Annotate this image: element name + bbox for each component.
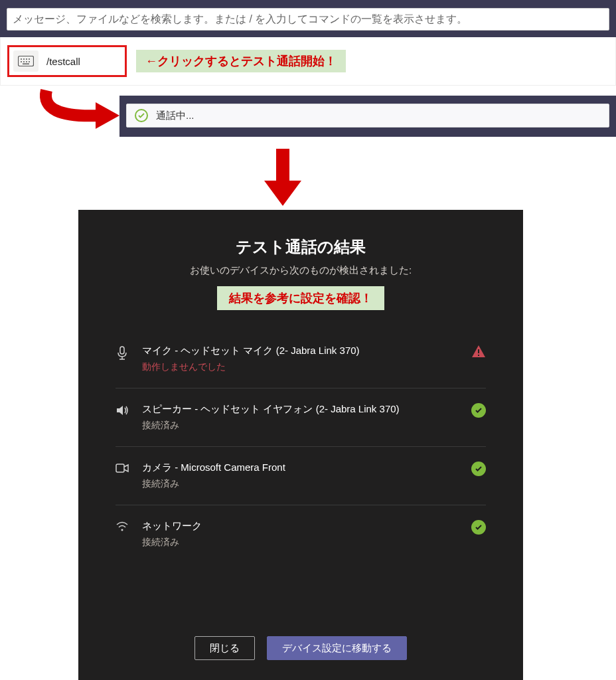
svg-point-8 [29, 61, 30, 62]
device-row-network: ネットワーク 接続済み [116, 505, 486, 563]
svg-point-20 [121, 529, 123, 531]
speaker-icon [116, 404, 130, 419]
test-call-results-panel: テスト通話の結果 お使いのデバイスから次のものが検出されました: 結果を参考に設… [78, 210, 523, 680]
device-name: カメラ - Microsoft Camera Front [142, 462, 459, 474]
calling-text: 通話中... [156, 110, 194, 122]
calling-status-bar[interactable]: 通話中... [126, 104, 609, 128]
device-status: 動作しませんでした [142, 361, 459, 373]
results-subtitle: お使いのデバイスから次のものが検出されました: [78, 264, 523, 277]
svg-rect-18 [478, 355, 479, 356]
device-list: マイク - ヘッドセット マイク (2- Jabra Link 370) 動作し… [78, 330, 523, 620]
warning-icon [471, 345, 486, 359]
device-status: 接続済み [142, 537, 459, 549]
search-input[interactable] [7, 8, 609, 31]
check-circle-icon [135, 109, 148, 122]
success-icon [471, 520, 486, 535]
search-section: /testcall ←クリックするとテスト通話開始！ [0, 0, 616, 86]
svg-point-1 [21, 58, 22, 60]
wifi-icon [116, 521, 130, 535]
microphone-icon [116, 346, 130, 363]
device-name: マイク - ヘッドセット マイク (2- Jabra Link 370) [142, 345, 459, 357]
device-name: ネットワーク [142, 520, 459, 533]
svg-marker-12 [264, 181, 301, 206]
calling-section: 通話中... [119, 96, 616, 137]
command-dropdown: /testcall ←クリックするとテスト通話開始！ [0, 37, 616, 86]
arrow-down-icon [263, 149, 303, 207]
results-title: テスト通話の結果 [78, 236, 523, 258]
goto-device-settings-button[interactable]: デバイス設定に移動する [267, 636, 407, 660]
results-buttons: 閉じる デバイス設定に移動する [78, 620, 523, 680]
svg-point-2 [23, 58, 25, 60]
svg-rect-13 [120, 347, 124, 354]
svg-point-6 [23, 61, 25, 62]
hint-click-to-start: ←クリックするとテスト通話開始！ [136, 50, 346, 72]
success-icon [471, 403, 486, 418]
device-row-speaker: スピーカー - ヘッドセット イヤフォン (2- Jabra Link 370)… [116, 388, 486, 447]
svg-rect-11 [276, 149, 289, 182]
device-name: スピーカー - ヘッドセット イヤフォン (2- Jabra Link 370) [142, 403, 459, 416]
svg-marker-10 [96, 102, 119, 129]
success-icon [471, 462, 486, 476]
command-item-testcall[interactable]: /testcall [7, 45, 127, 77]
device-row-camera: カメラ - Microsoft Camera Front 接続済み [116, 447, 486, 505]
svg-point-4 [29, 58, 30, 60]
command-text: /testcall [46, 56, 80, 67]
hint-check-settings: 結果を参考に設定を確認！ [217, 286, 384, 310]
svg-point-7 [26, 61, 27, 62]
device-status: 接続済み [142, 420, 459, 432]
close-button[interactable]: 閉じる [194, 636, 255, 660]
svg-rect-0 [19, 56, 34, 66]
svg-rect-17 [478, 349, 479, 353]
calling-wrap: 通話中... [119, 96, 616, 137]
svg-rect-19 [116, 464, 124, 472]
device-status: 接続済み [142, 478, 459, 490]
arrow-curved-icon [20, 85, 126, 138]
camera-icon [116, 463, 130, 476]
svg-point-5 [21, 61, 22, 62]
device-row-microphone: マイク - ヘッドセット マイク (2- Jabra Link 370) 動作し… [116, 330, 486, 388]
keyboard-icon [13, 50, 38, 72]
svg-rect-9 [23, 64, 29, 65]
app-titlebar [0, 0, 616, 37]
svg-point-3 [26, 58, 27, 60]
